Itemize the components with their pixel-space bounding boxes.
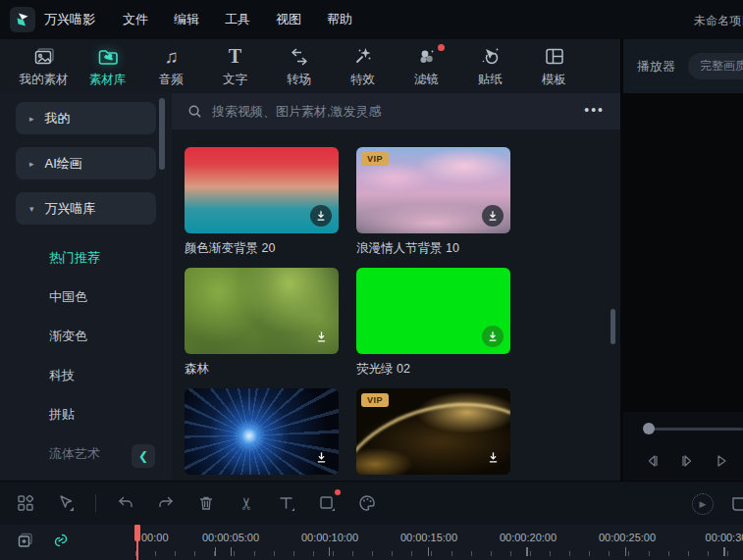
layout-grid-tool[interactable] [15,492,36,514]
vip-badge: VIP [361,393,389,407]
timeline-ruler-bar[interactable]: 00:00 00:00:05:00 00:00:10:00 00:00:15:0… [0,525,743,560]
media-item-chroma-green[interactable]: 荧光绿 02 [356,268,510,377]
tab-templates[interactable]: 模板 [522,39,586,93]
player-title: 播放器 [637,58,675,76]
select-tool[interactable] [55,492,77,514]
tab-label: 素材库 [89,72,127,88]
link-clips-button[interactable] [51,531,71,554]
app-logo-icon[interactable] [10,7,35,32]
sidebar-scrollbar[interactable] [159,98,165,170]
main-area: 我的素材 素材库 ♫ 音频 T 文字 [0,39,743,481]
filters-icon [415,45,439,69]
chevron-right-icon: ▸ [29,159,34,169]
app-title: 万兴喵影 [44,11,95,28]
screen-record-button[interactable] [729,493,743,515]
media-item-gradient-bg[interactable]: 颜色渐变背景 20 [185,147,339,256]
timeline-tick-label: 00:00:25:00 [599,532,656,543]
asset-tabbar: 我的素材 素材库 ♫ 音频 T 文字 [0,39,620,93]
tab-effects[interactable]: 特效 [331,39,395,93]
text-tool-button[interactable] [276,492,297,514]
media-item-valentine-bg[interactable]: VIP 浪漫情人节背景 10 [356,147,510,256]
add-track-button[interactable] [16,531,35,554]
next-frame-button[interactable] [679,453,695,469]
menu-edit[interactable]: 编辑 [174,11,199,28]
templates-icon [543,45,566,69]
sidebar-group-stock-library[interactable]: ▾ 万兴喵库 [16,192,156,225]
crop-tool-button[interactable] [316,492,338,514]
sidebar-item-collage[interactable]: 拼贴 [0,395,172,434]
sidebar-item-tech[interactable]: 科技 [0,356,172,395]
seek-track[interactable] [649,428,743,431]
tab-label: 文字 [223,72,247,88]
sidebar-item-chinese-colors[interactable]: 中国色 [0,278,172,317]
project-title: 未命名项目 [694,13,743,29]
quality-selector[interactable]: 完整画质 [688,53,743,79]
sidebar-item-gradient-colors[interactable]: 渐变色 [0,317,172,356]
text-icon: T [229,45,241,69]
sidebar-subitems: 热门推荐 中国色 渐变色 科技 拼贴 流体艺术 [0,238,172,474]
playhead[interactable] [134,525,141,560]
sidebar-item-hot-recommend[interactable]: 热门推荐 [0,238,172,278]
download-icon[interactable] [482,205,504,227]
thumbnail [356,268,510,354]
scissors-icon: ✂ [237,496,257,510]
download-icon[interactable] [310,326,332,347]
search-input[interactable] [212,104,574,119]
notification-dot [335,489,341,495]
content-scrollbar[interactable] [610,309,615,344]
tab-library[interactable]: 素材库 [76,39,139,93]
group-label: 我的 [45,110,71,127]
tab-stickers[interactable]: 贴纸 [458,39,522,93]
menu-file[interactable]: 文件 [123,11,148,28]
play-button[interactable] [714,453,729,469]
menu-tools[interactable]: 工具 [225,11,250,28]
render-preview-button[interactable]: ▶ [692,493,714,515]
media-item-forest[interactable]: 森林 [185,268,339,377]
media-item-starburst[interactable] [185,388,339,481]
media-title: 颜色渐变背景 20 [185,240,339,256]
download-icon[interactable] [482,446,504,468]
tab-transition[interactable]: 转场 [267,39,331,93]
timeline-tick-label: 00:00 [141,532,169,543]
thumbnail [185,268,339,354]
sidebar-group-ai-drawing[interactable]: ▸ AI绘画 [16,147,156,179]
sidebar-collapse-button[interactable]: ❮ [132,444,155,468]
notification-dot [438,44,445,51]
tab-filters[interactable]: 滤镜 [395,39,458,93]
menu-items: 文件 编辑 工具 视图 帮助 [123,11,352,28]
tab-my-media[interactable]: 我的素材 [12,39,76,93]
delete-button[interactable] [195,492,217,514]
undo-button[interactable] [115,492,136,514]
previous-frame-button[interactable] [645,453,661,469]
media-item-gold-particles[interactable]: VIP [356,388,510,481]
my-media-icon [32,45,56,69]
split-scissors-button[interactable]: ✂ [236,492,257,514]
workspace: ▸ 我的 ▸ AI绘画 ▾ 万兴喵库 热门推荐 中国色 渐变色 [0,93,620,481]
edit-toolbar: ✂ ▶ [0,481,743,525]
tab-text[interactable]: T 文字 [203,39,267,93]
playhead-handle[interactable] [134,525,140,541]
redo-button[interactable] [155,492,177,514]
player-panel: 播放器 完整画质 [620,39,743,481]
toolbar-right-group: ▶ [692,482,743,526]
more-options-icon[interactable]: ••• [584,102,605,118]
seek-handle[interactable] [643,423,655,434]
left-section: 我的素材 素材库 ♫ 音频 T 文字 [0,39,620,481]
effects-icon [351,45,375,69]
tab-label: 特效 [350,72,375,88]
tab-label: 滤镜 [414,72,439,88]
thumbnail [185,388,339,475]
menubar: 万兴喵影 文件 编辑 工具 视图 帮助 未命名项目 [0,0,743,39]
seek-bar[interactable] [623,412,743,446]
player-viewport [623,93,743,412]
download-icon[interactable] [310,446,332,468]
download-icon[interactable] [482,326,504,347]
menu-view[interactable]: 视图 [276,11,301,28]
tab-audio[interactable]: ♫ 音频 [139,39,203,93]
download-icon[interactable] [310,205,332,227]
timeline-tick-label: 00:00:30 [706,532,743,543]
transition-icon [288,45,311,69]
menu-help[interactable]: 帮助 [327,11,352,28]
color-palette-button[interactable] [356,492,378,514]
sidebar-group-mine[interactable]: ▸ 我的 [16,102,156,134]
